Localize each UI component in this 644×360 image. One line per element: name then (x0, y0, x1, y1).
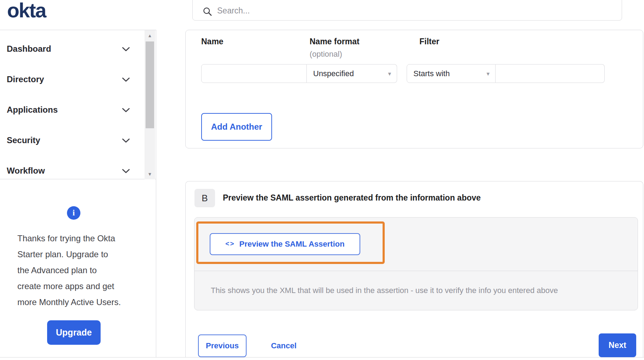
sidebar-item-label: Workflow (7, 166, 45, 176)
filter-operator-select[interactable]: Starts with ▾ (407, 64, 496, 83)
preview-section-title: Preview the SAML assertion generated fro… (223, 193, 481, 203)
previous-button[interactable]: Previous (198, 334, 247, 357)
okta-logo: okta (7, 0, 46, 22)
name-format-selected-value: Unspecified (313, 69, 354, 78)
chevron-down-icon (122, 108, 130, 113)
upsell-line: Thanks for trying the Okta (17, 230, 145, 246)
sidebar-item-workflow[interactable]: Workflow (0, 156, 156, 186)
sidebar-item-dashboard[interactable]: Dashboard (0, 34, 156, 64)
plan-upsell-message: Thanks for trying the Okta Starter plan.… (17, 230, 145, 310)
chevron-down-icon (122, 47, 130, 52)
search-icon (203, 7, 212, 16)
info-icon: i (67, 206, 80, 220)
upsell-line: create more apps and get (17, 278, 145, 294)
preview-saml-assertion-button[interactable]: <> Preview the SAML Assertion (210, 233, 360, 255)
okta-admin-app: okta Dashboard Directory Applicat (0, 0, 644, 360)
preview-panel: <> Preview the SAML Assertion This shows… (194, 217, 638, 310)
next-button[interactable]: Next (599, 333, 636, 357)
add-another-button[interactable]: Add Another (201, 113, 272, 141)
name-column-label: Name (201, 37, 224, 46)
attribute-statements-card: Name Name format (optional) Filter Unspe… (185, 30, 643, 148)
attribute-row: Unspecified ▾ Starts with ▾ (201, 64, 605, 83)
scrollbar-thumb[interactable] (146, 41, 154, 128)
dropdown-caret-icon: ▾ (486, 70, 490, 78)
search-input[interactable] (217, 6, 622, 16)
upsell-line: the Advanced plan to (17, 262, 145, 278)
preview-panel-description: This shows you the XML that will be used… (194, 271, 638, 310)
dropdown-caret-icon: ▾ (388, 70, 391, 78)
name-format-optional-label: (optional) (310, 50, 342, 59)
viewport-bottom-border (0, 357, 644, 358)
name-format-column-label: Name format (310, 37, 360, 46)
upsell-line: more Monthly Active Users. (17, 294, 145, 310)
filter-operator-selected-value: Starts with (413, 69, 450, 78)
sidebar-item-directory[interactable]: Directory (0, 64, 156, 95)
preview-panel-top: <> Preview the SAML Assertion (194, 218, 638, 271)
scroll-up-arrow-icon[interactable]: ▲ (145, 32, 155, 39)
cancel-button[interactable]: Cancel (261, 334, 307, 357)
sidebar-item-label: Applications (7, 105, 58, 115)
sidebar-nav: Dashboard Directory Applications Securit… (0, 30, 156, 186)
sidebar-item-label: Directory (7, 74, 44, 84)
code-brackets-icon: <> (225, 240, 235, 248)
sidebar-item-security[interactable]: Security (0, 125, 156, 156)
chevron-down-icon (122, 169, 130, 174)
step-b-badge: B (194, 189, 215, 207)
scroll-down-arrow-icon[interactable]: ▼ (145, 171, 155, 178)
filter-value-input[interactable] (496, 64, 605, 83)
preview-button-label: Preview the SAML Assertion (239, 240, 345, 249)
global-search[interactable] (192, 0, 622, 21)
saml-preview-card: B Preview the SAML assertion generated f… (185, 181, 643, 357)
filter-column-label: Filter (419, 37, 439, 46)
sidebar-right-border (156, 30, 156, 357)
sidebar-item-label: Dashboard (7, 44, 51, 54)
sidebar-scrollbar[interactable]: ▲ ▼ (145, 30, 155, 179)
upgrade-button[interactable]: Upgrade (47, 320, 101, 345)
upsell-line: Starter plan. Upgrade to (17, 246, 145, 262)
chevron-down-icon (122, 77, 130, 82)
sidebar: Dashboard Directory Applications Securit… (0, 30, 156, 179)
chevron-down-icon (122, 138, 130, 143)
attribute-name-input[interactable] (201, 64, 307, 83)
name-format-select[interactable]: Unspecified ▾ (307, 64, 397, 83)
preview-description-text: This shows you the XML that will be used… (211, 286, 558, 295)
sidebar-item-applications[interactable]: Applications (0, 95, 156, 125)
sidebar-item-label: Security (7, 135, 40, 145)
